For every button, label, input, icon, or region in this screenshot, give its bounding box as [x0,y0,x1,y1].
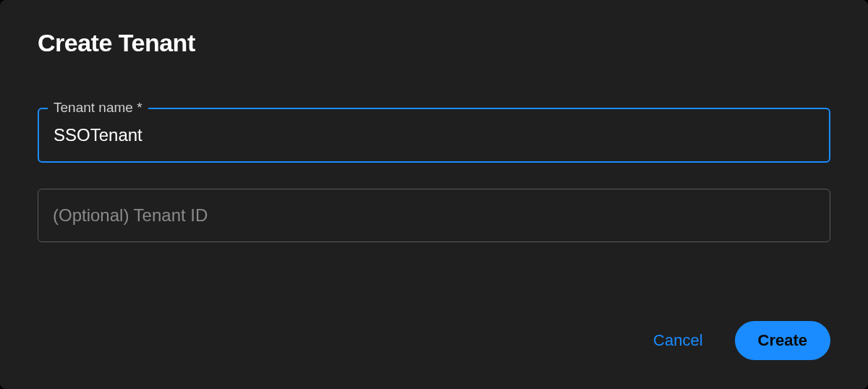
tenant-name-label: Tenant name * [48,100,148,116]
tenant-id-input[interactable] [38,189,830,242]
dialog-title: Create Tenant [38,29,830,57]
cancel-button[interactable]: Cancel [647,324,708,357]
tenant-name-input[interactable] [38,108,830,163]
tenant-name-field-group: Tenant name * [38,108,830,163]
dialog-actions: Cancel Create [647,321,830,360]
create-button[interactable]: Create [735,321,830,360]
form-fields: Tenant name * [38,108,830,242]
tenant-id-field-group [38,189,830,242]
create-tenant-dialog: Create Tenant Tenant name * Cancel Creat… [0,0,868,389]
